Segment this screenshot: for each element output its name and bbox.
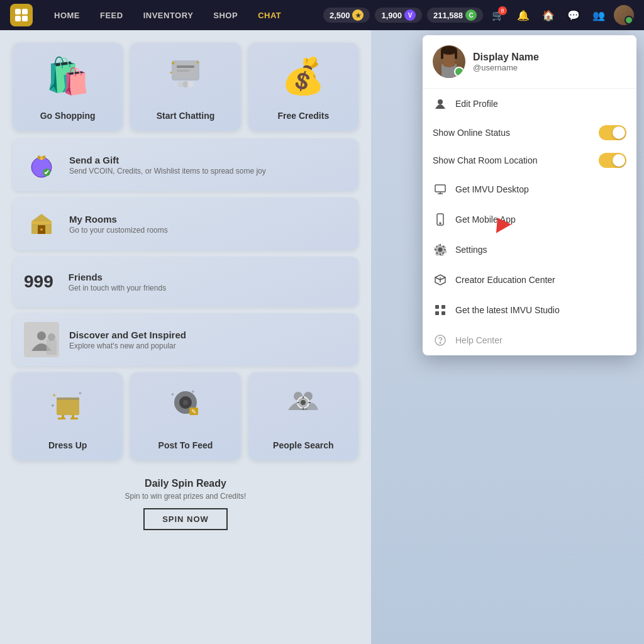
get-desktop-label: Get IMVU Desktop [455,184,626,194]
send-gift-card[interactable]: Send a Gift Send VCOIN, Credits, or Wish… [13,138,358,191]
creator-education-label: Creator Education Center [455,275,626,285]
navbar: HOME FEED INVENTORY SHOP CHAT 2,500 ★ 1,… [0,0,644,30]
user-avatar-nav[interactable] [614,5,634,25]
dress-up-label: Dress Up [48,440,87,450]
svg-point-22 [37,331,46,340]
dress-up-card[interactable]: ✦ ✦ ✦ Dress Up [13,372,123,460]
nav-right: 2,500 ★ 1,900 V 211,588 C 🛒 8 🔔 🏠 💬 👥 [323,5,634,25]
edit-profile-item[interactable]: Edit Profile [423,89,636,119]
currency-vpurple[interactable]: 1,900 V [375,8,422,23]
svg-rect-88 [444,249,446,250]
chat-button[interactable]: 💬 [564,5,584,25]
dropdown-header: Display Name @username [423,35,636,89]
currency-credits[interactable]: 211,588 C [427,8,483,23]
svg-point-78 [438,99,443,104]
credits-amount: 211,588 [433,11,463,20]
svg-rect-2 [15,16,21,21]
vpurple-amount: 1,900 [381,11,402,20]
settings-label: Settings [455,245,626,255]
svg-point-20 [40,228,43,231]
rooms-icon [24,206,59,242]
show-online-status-item[interactable]: Show Online Status [423,119,636,147]
get-mobile-label: Get Mobile App [455,214,626,225]
currency-vcoin[interactable]: 2,500 ★ [323,8,370,23]
svg-rect-46 [303,396,304,399]
svg-rect-16 [40,157,43,160]
cart-button[interactable]: 🛒 8 [488,5,508,25]
discover-card[interactable]: Discover and Get Inspired Explore what's… [13,313,358,366]
people-button[interactable]: 👥 [589,5,609,25]
gift-subtitle: Send VCOIN, Credits, or Wishlist items t… [69,167,347,175]
chatroom-location-toggle[interactable] [599,153,626,168]
credits-icon: C [465,9,477,21]
help-center-label: Help Center [455,335,626,345]
nav-feed[interactable]: FEED [91,6,132,25]
nav-home[interactable]: HOME [45,6,89,25]
online-status-toggle[interactable] [599,125,626,140]
get-mobile-item[interactable]: Get Mobile App [423,204,636,235]
gear-icon [433,242,448,257]
online-status-label: Show Online Status [433,128,599,138]
imvu-studio-item[interactable]: Get the latest IMVU Studio [423,295,636,325]
svg-rect-7 [177,70,189,72]
svg-point-83 [440,223,441,224]
friends-card[interactable]: 999 Friends Get in touch with your frien… [13,257,358,307]
spin-section: Daily Spin Ready Spin to win great prize… [13,468,358,540]
spin-title: Daily Spin Ready [23,478,348,489]
dress-up-icon: ✦ ✦ ✦ [50,385,86,427]
get-desktop-item[interactable]: Get IMVU Desktop [423,174,636,204]
nav-chat[interactable]: CHAT [249,6,290,25]
my-rooms-card[interactable]: My Rooms Go to your customized rooms [13,197,358,250]
nav-shop[interactable]: SHOP [204,6,247,25]
svg-point-77 [443,61,455,67]
gift-icon [24,147,59,182]
settings-item[interactable]: Settings [423,235,636,265]
friends-count: 999 [24,272,53,292]
svg-point-84 [438,248,442,252]
start-chatting-card[interactable]: ✦ ✦ ✦ Start Chatting [130,43,240,131]
svg-rect-79 [435,185,445,192]
svg-point-36 [183,400,188,405]
chatting-icon: ✦ ✦ ✦ [167,55,204,101]
go-shopping-card[interactable]: 🛍️ Go Shopping [13,43,123,131]
svg-rect-86 [440,253,441,255]
show-chatroom-location-item[interactable]: Show Chat Room Location [423,147,636,174]
svg-point-101 [440,342,441,343]
svg-rect-30 [70,418,78,419]
creator-education-item[interactable]: Creator Education Center [423,265,636,295]
vcoin-icon: ★ [352,9,364,21]
logo[interactable] [10,4,33,26]
gift-title: Send a Gift [69,155,347,165]
vcoin-amount: 2,500 [330,11,350,20]
nav-inventory[interactable]: INVENTORY [135,6,203,25]
help-center-item[interactable]: Help Center [423,325,636,355]
people-search-card[interactable]: People Search [248,372,358,460]
svg-text:✦: ✦ [169,70,173,75]
shopping-icon: 🛍️ [46,55,90,97]
spin-subtitle: Spin to win great prizes and Credits! [23,492,348,501]
notifications-button[interactable]: 🔔 [513,5,533,25]
home-button[interactable]: 🏠 [538,5,558,25]
svg-rect-6 [177,65,194,68]
svg-rect-47 [303,408,304,410]
chatroom-location-label: Show Chat Room Location [433,155,599,165]
spin-now-button[interactable]: SPIN NOW [143,508,228,530]
rooms-card-text: My Rooms Go to your customized rooms [69,214,347,235]
display-name: Display Name [473,52,539,63]
friends-subtitle: Get in touch with your friends [69,284,347,292]
dropdown-user-avatar [433,45,465,78]
svg-text:✦: ✦ [196,60,200,65]
help-icon [433,333,448,348]
svg-rect-49 [308,402,311,403]
svg-point-10 [187,81,194,87]
person-icon [433,96,448,111]
free-credits-card[interactable]: 💰 Free Credits [248,43,358,131]
svg-rect-48 [297,402,299,403]
post-to-feed-card[interactable]: ✎ ✦ ✦ Post To Feed [130,372,240,460]
svg-text:✦: ✦ [50,402,55,409]
shopping-label: Go Shopping [40,111,96,121]
cart-badge: 8 [498,6,507,15]
svg-text:✦: ✦ [52,392,57,399]
svg-rect-26 [57,397,79,400]
big-cards-row: 🛍️ Go Shopping ✦ ✦ [13,43,358,131]
